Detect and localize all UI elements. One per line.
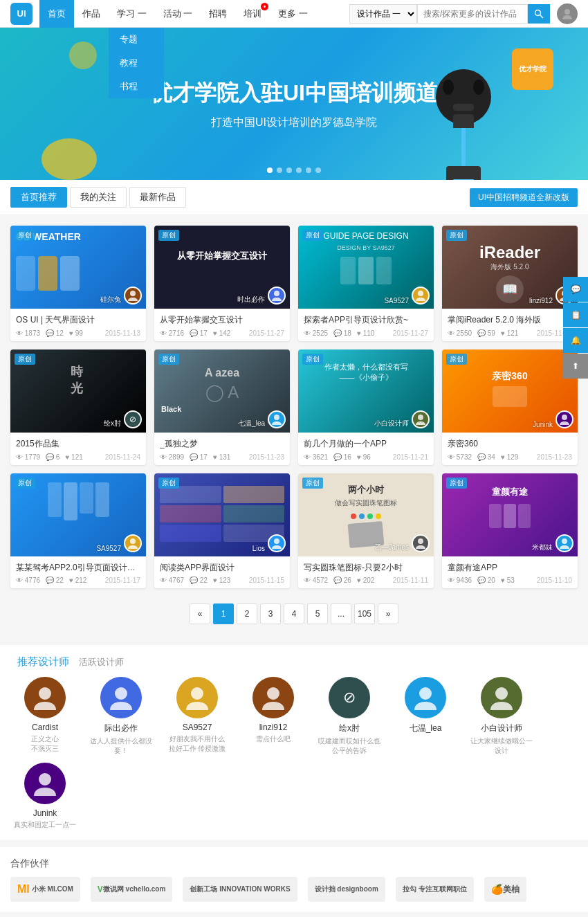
page-next[interactable]: » [378,603,398,624]
card-11[interactable]: 两个小时 做会写实圆珠笔图标 原创 乙—James 写实圆 [298,473,434,589]
site-logo[interactable]: UI [10,3,33,25]
designer-jichubizuo-name: 际出必作 [86,723,156,734]
card-11-title: 写实圆珠笔图标-只要2小时 [304,562,428,574]
search-input[interactable] [417,4,528,24]
card-12[interactable]: 童颜有途 原创 米都妹 童颜有途APP 👁 9436 💬 20 [442,473,578,589]
svg-point-3 [130,291,136,296]
designer-qiwen-lea-name: 七温_lea [391,723,460,734]
card-9-thumb: 原创 SA9527 [10,473,146,556]
recruit-btn[interactable]: UI中国招聘频道全新改版 [470,188,578,207]
nav-activity[interactable]: 活动 一 [155,0,201,28]
card-6-views: 👁 2899 [160,453,184,461]
nav-recruit[interactable]: 招聘 [201,0,235,28]
card-4-title: 掌阅iReader 5.2.0 海外版 [448,314,572,326]
partners-grid: MI 小米 MI.COM V 微说网 vchello.com 创新工场 INNO… [10,877,578,902]
tab-bar: 首页推荐 我的关注 最新作品 UI中国招聘频道全新改版 [0,180,588,215]
page-prev[interactable]: « [190,603,210,624]
card-2[interactable]: 从零开始掌握交互设计 原创 时出必作 从零开始掌握交互设计 👁 2716 💬 1… [154,226,290,341]
banner-dot-2[interactable] [277,167,282,173]
card-2-thumb: 从零开始掌握交互设计 原创 时出必作 [154,226,290,309]
card-1-avatar [124,287,142,305]
card-4[interactable]: iReader 海外版 5.2.0 📖 原创 linzi912 掌阅iReade… [442,226,578,341]
tab-latest-works[interactable]: 最新作品 [129,187,186,208]
partner-meiyou[interactable]: 🍊 美柚 [484,877,526,902]
designer-Junink-name: Junink [10,808,80,818]
designer-linzi912-name: linzi912 [239,723,308,732]
page-3[interactable]: 3 [260,603,281,624]
designer-jichubizuo[interactable]: 际出必作 达人人提供什么都没要！ [86,677,156,756]
banner-dot-4[interactable] [296,167,302,173]
designer-huixzhou-avatar: ⊘ [329,677,370,718]
float-btn-feedback[interactable]: 📋 [563,302,588,327]
page-4[interactable]: 4 [284,603,304,624]
dropdown-topics[interactable]: 专题 [109,28,164,51]
designer-linzi912[interactable]: linzi912 需点什么吧 [239,677,308,756]
banner-dot-5[interactable] [306,167,311,173]
designer-huixzhou[interactable]: ⊘ 绘x肘 哎建建而哎如什么也公平的告诉 [315,677,384,756]
tab-home-recommend[interactable]: 首页推荐 [10,187,67,208]
search-button[interactable] [528,4,550,24]
page-5[interactable]: 5 [307,603,328,624]
card-2-title: 从零开始掌握交互设计 [160,314,284,326]
card-1-author: 硅尔兔 [100,295,121,305]
page-2[interactable]: 2 [237,603,257,624]
partner-innovation[interactable]: 创新工场 INNOVATION WORKS [183,877,297,902]
banner-dot-3[interactable] [286,167,292,173]
card-9-title: 某某驾考APP2.0引导页面设计欣赏~ [16,562,140,574]
card-3-comments: 💬 18 [333,329,351,337]
card-12-stats: 👁 9436 💬 20 ♥ 53 2015-11-10 [448,576,572,584]
banner-dot-6[interactable] [315,167,321,173]
card-7[interactable]: 作者太懒，什么都没有写 ——《小偷子》 原创 小白设计师 前几个月做的一个APP… [298,349,434,465]
card-1[interactable]: OS WEATHER 原创 硅尔兔 OS UI | 天气界面设计 👁 1873 [10,226,146,341]
svg-point-15 [115,687,127,700]
card-5-views: 👁 1779 [16,453,40,461]
card-6[interactable]: A azea ◯ A Black 原创 七温_lea _孤独之梦 👁 2899 … [154,349,290,465]
partner-lagou[interactable]: 拉勾 专注互联网职位 [396,877,474,902]
partner-xiaomi[interactable]: MI 小米 MI.COM [10,877,80,902]
float-btn-top[interactable]: ⬆ [563,354,588,379]
card-5-date: 2015-11-24 [105,453,140,461]
designer-SA9527[interactable]: SA9527 好朋友我不用什么拉好工作 传授激激 [163,677,232,756]
designer-xiaobai[interactable]: 小白设计师 让大家继续做哦公一设计 [467,677,536,756]
card-11-body: 写实圆珠笔图标-只要2小时 👁 4572 💬 26 ♥ 202 2015-11-… [298,556,434,589]
card-5[interactable]: 時光 原创 绘x肘 ⊘ 2015作品集 👁 1779 💬 6 ♥ 121 201… [10,349,146,465]
card-9[interactable]: 原创 SA9527 某某驾考APP2.0引导页面设计欣赏~ 👁 4776 💬 2… [10,473,146,589]
svg-point-13 [562,538,567,544]
designer-linzi912-desc: 需点什么吧 [239,734,308,744]
card-10[interactable]: 原创 Lios 阅读类APP界面设计 👁 4767 💬 22 ♥ 123 201… [154,473,290,589]
float-btn-notification[interactable]: 🔔 [563,328,588,353]
card-8[interactable]: 亲密360 原创 Junink 亲密360 👁 5732 💬 34 ♥ 129 … [442,349,578,465]
page-last[interactable]: 105 [354,603,375,624]
card-5-body: 2015作品集 👁 1779 💬 6 ♥ 121 2015-11-24 [10,433,146,465]
card-1-date: 2015-11-13 [105,329,140,337]
banner-dot-1[interactable] [267,167,273,173]
search-category-select[interactable]: 设计作品 一 [349,4,417,24]
tab-my-follow[interactable]: 我的关注 [70,187,127,208]
svg-point-2 [564,9,570,15]
nav-home[interactable]: 首页 [39,0,74,28]
nav-learn[interactable]: 学习 一 专题 教程 书程 [109,0,155,28]
card-10-date: 2015-11-15 [249,576,284,584]
nav-more[interactable]: 更多 一 [270,0,316,28]
designer-qiwen-lea[interactable]: 七温_lea [391,677,460,756]
dropdown-books[interactable]: 书程 [109,75,164,98]
card-4-body: 掌阅iReader 5.2.0 海外版 👁 2550 💬 59 ♥ 121 20… [442,309,578,341]
designers-section-title: 推荐设计师 活跃设计师 [10,655,578,669]
designer-Cardist[interactable]: Cardist 正义之心不泯灭三 [10,677,80,756]
partner-vchello[interactable]: V 微说网 vchello.com [91,877,173,902]
designer-Junink[interactable]: Junink 真实和固定工一点一 [10,763,80,830]
float-sidebar: 💬 📋 🔔 ⬆ [563,277,588,379]
svg-point-9 [562,415,567,420]
float-btn-message[interactable]: 💬 [563,277,588,302]
card-6-comments: 💬 17 [190,453,208,461]
card-11-likes: ♥ 202 [357,576,374,584]
nav-training[interactable]: 培训 • [235,0,270,28]
designer-xiaobai-desc: 让大家继续做哦公一设计 [467,736,536,756]
user-avatar[interactable] [557,3,578,24]
partner-designboom[interactable]: 设计拙 designboom [308,877,385,902]
card-3[interactable]: GUIDE PAGE DESIGN DESIGN BY SA9527 原创 SA… [298,226,434,341]
dropdown-tutorials[interactable]: 教程 [109,51,164,75]
card-7-date: 2015-11-21 [393,453,428,461]
page-1[interactable]: 1 [213,603,234,624]
nav-works[interactable]: 作品 [74,0,109,28]
